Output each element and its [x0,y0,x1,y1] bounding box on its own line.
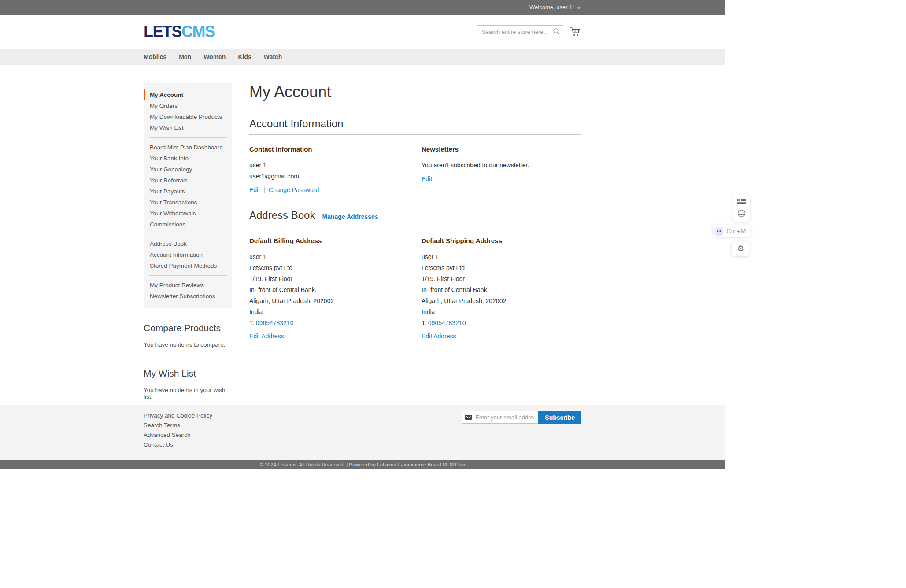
copyright-text: © 2024 Letscms. All Rights Reserved. | P… [260,462,466,467]
footer: Privacy and Cookie Policy Search Terms A… [0,405,725,460]
edit-billing-address-link[interactable]: Edit Address [249,333,284,340]
ctrl-m-extension-button[interactable]: >.< Ctrl+M [713,225,751,237]
shipping-phone-link[interactable]: 09654783210 [428,319,466,326]
sidebar-item-stored-payment-methods[interactable]: Stored Payment Methods [144,260,232,271]
account-information-section: Account Information Contact Information … [249,118,581,193]
compare-products-empty-message: You have no items to compare. [144,341,232,348]
contact-information-title: Contact Information [249,145,422,153]
nav-item-kids[interactable]: Kids [238,53,251,60]
envelope-icon [465,415,472,420]
search-input[interactable] [477,25,563,38]
sidebar-divider [149,275,227,276]
minicart-button[interactable] [569,26,581,37]
store-logo[interactable]: LETSCMS [144,24,215,40]
newsletters-box: Newsletters You aren't subscribed to our… [422,145,594,193]
address-line: India [422,307,594,318]
change-password-link[interactable]: Change Password [269,186,319,193]
sidebar-item-my-product-reviews[interactable]: My Product Reviews [144,280,232,291]
sidebar-item-your-genealogy[interactable]: Your Genealogy [144,164,232,175]
nav-item-women[interactable]: Women [203,53,226,60]
edit-contact-link[interactable]: Edit [249,186,260,193]
contact-information-box: Contact Information user 1 user1@gmail.c… [249,145,422,193]
sidebar-item-your-transactions[interactable]: Your Transactions [144,197,232,208]
header: LETSCMS [0,15,725,49]
account-dashboard: My Account Account Information Contact I… [249,83,581,356]
sidebar-item-your-referrals[interactable]: Your Referrals [144,175,232,186]
customer-welcome-dropdown[interactable]: Welcome, user 1! [529,4,581,11]
sidebar-item-my-orders[interactable]: My Orders [144,100,232,111]
address-book-heading: Address Book [249,209,315,222]
wishlist-empty-message: You have no items in your wish list. [144,387,232,400]
newsletter-signup: Subscribe [462,411,581,424]
billing-phone-link[interactable]: 09654783210 [256,319,294,326]
sidebar-item-commissions[interactable]: Commissions [144,219,232,230]
sidebar-item-newsletter-subscriptions[interactable]: Newsletter Subscriptions [144,291,232,302]
compare-products-title: Compare Products [144,323,232,333]
gear-icon: ⚙ [737,244,744,253]
phone-label: T: [422,319,426,326]
main-content: My Account My Orders My Downloadable Pro… [0,65,725,405]
account-information-heading: Account Information [249,118,343,130]
footer-link-advanced-search[interactable]: Advanced Search [144,430,581,440]
sidebar-item-account-information[interactable]: Account Information [144,249,232,260]
chevron-down-icon [577,4,581,11]
address-line: In- front of Central Bank. [422,285,594,296]
search-icon[interactable] [553,28,560,35]
edit-shipping-address-link[interactable]: Edit Address [422,333,456,340]
link-separator: | [263,186,265,193]
sidebar-item-your-withdrawals[interactable]: Your Withdrawals [144,208,232,219]
contact-name: user 1 [249,160,422,171]
www-globe-icon[interactable] [737,209,746,218]
address-line: 1/19. First Floor [422,274,594,285]
search-box [477,25,563,38]
ctrl-m-shortcut-label: Ctrl+M [726,227,746,235]
default-shipping-address-box: Default Shipping Address user 1 Letscms … [422,237,594,340]
address-line: Aligarh, Uttar Pradesh, 202002 [422,296,594,307]
account-navigation: My Account My Orders My Downloadable Pro… [144,83,232,308]
welcome-text: Welcome, user 1! [529,4,574,11]
extension-toolbar [732,194,750,222]
address-line: user 1 [249,251,422,263]
ctrl-m-extension-icon: >.< [714,227,723,236]
sidebar-divider [149,137,227,138]
top-panel: Welcome, user 1! [0,0,725,15]
compare-products-block: Compare Products You have no items to co… [144,323,232,348]
copyright-bar: © 2024 Letscms. All Rights Reserved. | P… [0,460,725,469]
summarize-quote-icon[interactable] [737,199,746,204]
subscribe-button[interactable]: Subscribe [538,411,581,424]
address-line: Letscms pvt Ltd [249,263,422,274]
sidebar-item-my-account[interactable]: My Account [144,89,232,100]
sidebar-item-my-wish-list[interactable]: My Wish List [144,122,232,133]
nav-item-mobiles[interactable]: Mobiles [144,53,166,60]
address-line: In- front of Central Bank. [249,285,422,296]
newsletter-status: You aren't subscribed to our newsletter. [422,160,594,171]
default-billing-address-box: Default Billing Address user 1 Letscms p… [249,237,422,340]
settings-widget-button[interactable]: ⚙ [732,241,750,256]
phone-label: T: [249,319,254,326]
sidebar-item-your-payouts[interactable]: Your Payouts [144,186,232,197]
wishlist-title: My Wish List [144,368,232,379]
wishlist-block: My Wish List You have no items in your w… [144,368,232,400]
logo-text-primary: LETS [144,22,181,41]
sidebar-item-my-downloadable-products[interactable]: My Downloadable Products [144,111,232,122]
sidebar-item-your-bank-info[interactable]: Your Bank Info [144,153,232,164]
sidebar-item-address-book[interactable]: Address Book [144,238,232,249]
default-billing-address-title: Default Billing Address [249,237,422,244]
page-title: My Account [249,83,581,101]
default-shipping-address-title: Default Shipping Address [422,237,594,244]
sidebar-divider [149,234,227,234]
main-menu: Mobiles Men Women Kids Watch [0,49,725,65]
nav-item-watch[interactable]: Watch [264,53,282,60]
manage-addresses-link[interactable]: Manage Addresses [322,213,378,220]
address-line: user 1 [422,251,594,263]
address-line: India [249,307,422,318]
newsletter-email-input[interactable] [462,411,538,424]
left-column: My Account My Orders My Downloadable Pro… [144,83,232,400]
page: Welcome, user 1! LETSCMS [0,0,725,469]
nav-item-men[interactable]: Men [179,53,191,60]
footer-link-contact-us[interactable]: Contact Us [144,440,581,450]
sidebar-item-board-mlm-plan-dashboard[interactable]: Board Mlm Plan Dashboard [144,142,232,153]
cart-icon [570,30,581,38]
edit-newsletter-link[interactable]: Edit [422,175,432,182]
address-book-section: Address Book Manage Addresses Default Bi… [249,209,581,340]
